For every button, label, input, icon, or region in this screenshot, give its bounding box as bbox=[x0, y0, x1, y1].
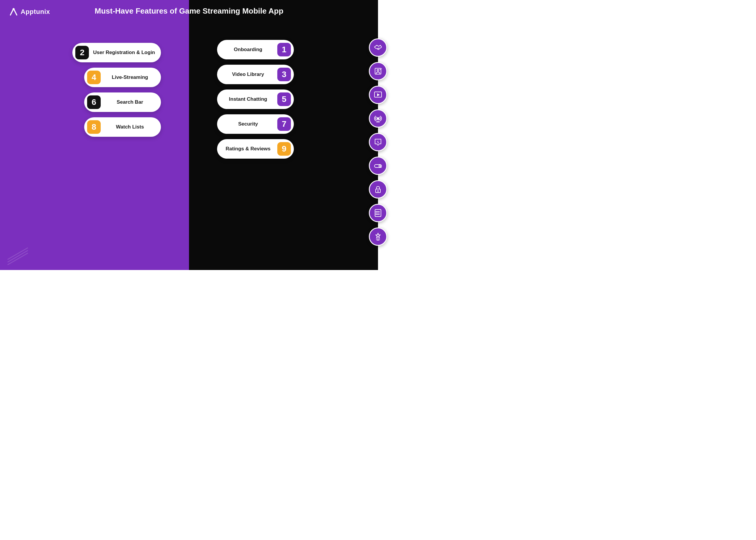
icon-lock bbox=[369, 180, 378, 199]
feature-label-7: Security bbox=[223, 121, 273, 127]
svg-marker-4 bbox=[377, 93, 378, 96]
list-item: Security 7 bbox=[217, 114, 294, 134]
feature-label-1: Onboarding bbox=[223, 47, 273, 53]
number-badge-9: 9 bbox=[277, 142, 291, 156]
list-item: 6 Search Bar bbox=[84, 92, 161, 112]
svg-rect-8 bbox=[375, 165, 378, 168]
icon-handshake bbox=[369, 38, 378, 57]
decoration bbox=[6, 251, 30, 261]
left-panel: Apptunix 2 User Registration & Login 4 L… bbox=[0, 0, 189, 270]
feature-label-8: Watch Lists bbox=[105, 124, 155, 130]
icon-search-bar bbox=[369, 157, 378, 175]
icon-user-card bbox=[369, 62, 378, 80]
feature-label-3: Video Library bbox=[223, 71, 273, 77]
right-panel: Onboarding 1 Video Library 3 Instant Cha… bbox=[189, 0, 378, 270]
icon-checklist bbox=[369, 204, 378, 222]
icon-video-play bbox=[369, 86, 378, 104]
feature-label-5: Instant Chatting bbox=[223, 96, 273, 102]
svg-rect-6 bbox=[376, 121, 378, 122]
icon-chat-bolt bbox=[369, 133, 378, 151]
number-badge-8: 8 bbox=[87, 120, 101, 134]
list-item: Onboarding 1 bbox=[217, 40, 294, 60]
number-badge-4: 4 bbox=[87, 70, 101, 84]
feature-label-2: User Registration & Login bbox=[93, 50, 155, 56]
list-item: 4 Live-Streaming bbox=[84, 68, 161, 87]
icon-live: LIVE bbox=[369, 109, 378, 128]
logo-text: Apptunix bbox=[21, 8, 50, 16]
feature-label-4: Live-Streaming bbox=[105, 74, 155, 80]
number-badge-5: 5 bbox=[277, 92, 291, 106]
feature-label-9: Ratings & Reviews bbox=[223, 146, 273, 152]
center-icons-column: LIVE bbox=[369, 38, 378, 246]
svg-text:LIVE: LIVE bbox=[376, 119, 378, 121]
logo: Apptunix bbox=[8, 7, 50, 17]
svg-marker-18 bbox=[376, 233, 378, 238]
number-badge-6: 6 bbox=[87, 95, 101, 109]
number-badge-7: 7 bbox=[277, 117, 291, 131]
number-badge-2: 2 bbox=[75, 46, 89, 60]
list-item: 2 User Registration & Login bbox=[72, 43, 161, 62]
list-item: Instant Chatting 5 bbox=[217, 89, 294, 109]
svg-point-2 bbox=[377, 69, 378, 71]
left-features-list: 2 User Registration & Login 4 Live-Strea… bbox=[0, 43, 189, 137]
number-badge-3: 3 bbox=[277, 68, 291, 81]
list-item: Video Library 3 bbox=[217, 65, 294, 84]
list-item: 8 Watch Lists bbox=[84, 117, 161, 137]
number-badge-1: 1 bbox=[277, 43, 291, 57]
icon-star-list bbox=[369, 227, 378, 246]
feature-label-6: Search Bar bbox=[105, 99, 155, 105]
right-features-list: Onboarding 1 Video Library 3 Instant Cha… bbox=[189, 40, 378, 159]
svg-point-0 bbox=[12, 8, 15, 10]
list-item: Ratings & Reviews 9 bbox=[217, 139, 294, 159]
